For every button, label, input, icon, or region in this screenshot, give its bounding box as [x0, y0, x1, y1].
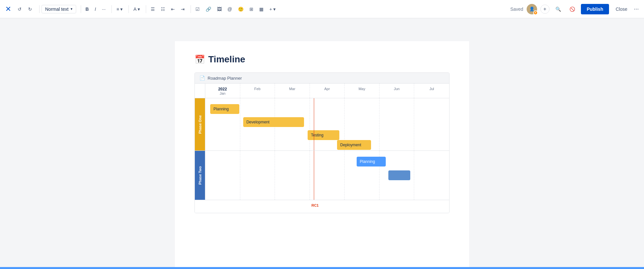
title-emoji: 📅	[195, 55, 205, 65]
toolbar-right: Saved 👤 8 + 🔍 🚫 Publish Close ···	[510, 4, 639, 14]
gantt-container: 2022 Jan Feb Mar Apr	[195, 84, 449, 213]
text-color-group: A ▾	[131, 5, 142, 13]
phase-two-chart-area: Planning	[205, 151, 449, 200]
italic-button[interactable]: I	[92, 5, 99, 13]
task-button[interactable]: ☑	[193, 5, 202, 13]
bold-button[interactable]: B	[83, 5, 92, 13]
emoji-button[interactable]: 🙂	[235, 5, 246, 13]
macro-header: 📄 Roadmap Planner	[195, 73, 449, 84]
today-line	[314, 98, 314, 150]
deployment-bar[interactable]: Deployment	[337, 140, 371, 150]
avatar[interactable]: 👤 8	[527, 4, 537, 14]
divider-2	[81, 5, 81, 13]
text-style-selector[interactable]: Normal text ▾	[42, 5, 76, 13]
gantt-month-apr: Apr	[310, 84, 345, 98]
today-line-p2	[314, 151, 314, 200]
chevron-down-icon: ▾	[71, 7, 73, 11]
page-content: 📅 Timeline 📄 Roadmap Planner 2022 Jan	[175, 41, 469, 269]
add-collaborator-button[interactable]: +	[540, 5, 550, 14]
gantt-month-jul: Jul	[414, 84, 449, 98]
milestone-area: RC1	[195, 200, 449, 213]
align-group: ≡ ▾	[114, 5, 125, 13]
publish-button[interactable]: Publish	[581, 4, 609, 14]
gantt-month-may: May	[345, 84, 380, 98]
gantt-month-jun: Jun	[380, 84, 415, 98]
link-button[interactable]: 🔗	[203, 5, 214, 13]
gantt-month-mar: Mar	[275, 84, 310, 98]
planning-bar-p2[interactable]: Planning	[357, 157, 386, 166]
indent-button[interactable]: ⇥	[178, 5, 187, 13]
search-button[interactable]: 🔍	[553, 5, 564, 13]
planning-bar-p1[interactable]: Planning	[210, 104, 240, 114]
align-button[interactable]: ≡ ▾	[114, 5, 125, 13]
page-title-area: 📅 Timeline	[195, 54, 449, 65]
testing-bar[interactable]: Testing	[308, 130, 339, 140]
layout-button[interactable]: ▦	[257, 5, 266, 13]
phase-two-label: Phase Two	[198, 166, 202, 185]
milestone-label: RC1	[312, 203, 319, 207]
insert-more-button[interactable]: + ▾	[267, 5, 278, 13]
divider-6	[191, 5, 191, 13]
gantt-month-feb: Feb	[240, 84, 275, 98]
toolbar: ✕ ↺ ↻ Normal text ▾ B I ··· ≡ ▾ A ▾ ☰ ☷ …	[0, 0, 644, 18]
logo-icon[interactable]: ✕	[5, 5, 11, 13]
divider-1	[39, 5, 40, 13]
saved-status: Saved	[510, 7, 523, 12]
unnamed-bar-p2[interactable]	[388, 170, 410, 180]
macro-block: 📄 Roadmap Planner 2022 Jan Feb	[195, 72, 449, 213]
table-button[interactable]: ⊞	[247, 5, 256, 13]
phase-one-grid	[205, 98, 449, 150]
development-bar[interactable]: Development	[243, 117, 304, 127]
page-title: Timeline	[208, 54, 245, 65]
gantt-month-jan: 2022 Jan	[205, 84, 240, 98]
text-color-button[interactable]: A ▾	[131, 5, 142, 13]
bullet-list-button[interactable]: ☰	[148, 5, 158, 13]
mention-button[interactable]: @	[225, 5, 235, 13]
divider-4	[128, 5, 129, 13]
history-controls: ↺ ↻	[15, 5, 35, 13]
insert-group: ☑ 🔗 🖼 @ 🙂 ⊞ ▦ + ▾	[193, 5, 278, 13]
avatar-badge: 8	[533, 10, 538, 15]
close-button[interactable]: Close	[612, 5, 631, 14]
restrict-button[interactable]: 🚫	[567, 5, 578, 13]
macro-title: Roadmap Planner	[208, 76, 242, 81]
more-options-button[interactable]: ···	[634, 6, 639, 12]
gantt-header: 2022 Jan Feb Mar Apr	[205, 84, 449, 98]
more-format-button[interactable]: ···	[99, 5, 109, 13]
list-group: ☰ ☷ ⇤ ⇥	[148, 5, 187, 13]
phase-one-chart-area: Planning Development Testing Deployment	[205, 98, 449, 150]
outdent-button[interactable]: ⇤	[168, 5, 178, 13]
image-button[interactable]: 🖼	[214, 5, 224, 13]
phase-two-grid	[205, 151, 449, 200]
ordered-list-button[interactable]: ☷	[158, 5, 168, 13]
phase-one-label: Phase One	[198, 115, 202, 134]
macro-icon: 📄	[199, 75, 205, 81]
divider-3	[111, 5, 112, 13]
phase-two-row: Phase Two	[195, 151, 449, 200]
redo-button[interactable]: ↻	[25, 5, 35, 13]
phase-one-row: Phase One	[195, 98, 449, 151]
divider-5	[146, 5, 146, 13]
text-style-label: Normal text	[45, 7, 69, 12]
undo-button[interactable]: ↺	[15, 5, 24, 13]
format-group: B I ···	[83, 5, 109, 13]
bottom-strip	[0, 267, 644, 269]
